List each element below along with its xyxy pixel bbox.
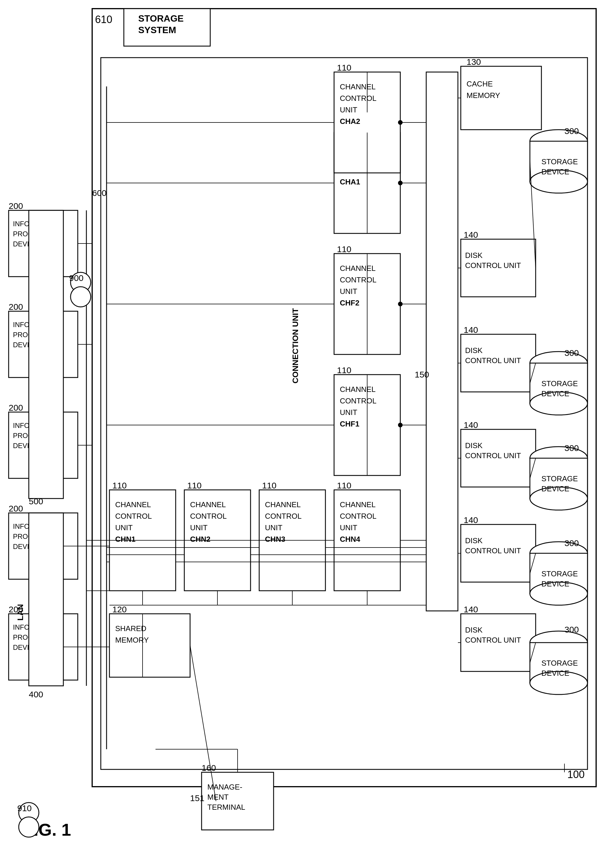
svg-text:STORAGE: STORAGE bbox=[542, 157, 578, 166]
cache-memory-label: CACHE bbox=[466, 79, 493, 88]
svg-text:CHANNEL: CHANNEL bbox=[190, 500, 226, 509]
svg-point-167 bbox=[71, 287, 91, 307]
svg-point-150 bbox=[398, 181, 403, 185]
svg-text:CHN1: CHN1 bbox=[115, 535, 136, 543]
label-500: 500 bbox=[29, 497, 43, 506]
diagram-container: FIG. 1 610 STORAGE SYSTEM 100 CHANNEL CO… bbox=[0, 0, 616, 857]
svg-text:DISK: DISK bbox=[465, 346, 483, 355]
svg-text:MEMORY: MEMORY bbox=[466, 91, 500, 100]
svg-text:CHF2: CHF2 bbox=[340, 299, 360, 307]
svg-text:DEVICE: DEVICE bbox=[542, 389, 569, 398]
label-140-4: 140 bbox=[464, 325, 478, 334]
svg-text:UNIT: UNIT bbox=[340, 287, 357, 295]
label-600: 600 bbox=[92, 188, 107, 198]
svg-text:DEVICE: DEVICE bbox=[542, 484, 569, 493]
lan-label: LAN bbox=[16, 604, 25, 621]
label-140-1: 140 bbox=[464, 605, 478, 614]
svg-text:UNIT: UNIT bbox=[190, 523, 208, 532]
svg-text:CONTROL: CONTROL bbox=[340, 512, 377, 520]
label-140-5: 140 bbox=[464, 230, 478, 240]
svg-text:CHA1: CHA1 bbox=[340, 178, 360, 186]
label-200-4: 200 bbox=[9, 302, 23, 311]
svg-point-169 bbox=[19, 817, 39, 837]
label-151: 151 bbox=[190, 793, 204, 803]
label-200-3: 200 bbox=[9, 403, 23, 412]
svg-text:CONTROL: CONTROL bbox=[190, 512, 227, 520]
label-160: 160 bbox=[202, 763, 216, 773]
svg-text:CHANNEL: CHANNEL bbox=[340, 500, 375, 509]
label-910: 910 bbox=[17, 803, 32, 813]
svg-text:DISK: DISK bbox=[465, 536, 483, 545]
svg-text:110: 110 bbox=[337, 365, 351, 375]
svg-text:CHANNEL: CHANNEL bbox=[265, 500, 301, 509]
svg-text:CHANNEL: CHANNEL bbox=[340, 264, 375, 272]
svg-text:CHA2: CHA2 bbox=[340, 117, 360, 125]
label-140-2: 140 bbox=[464, 515, 478, 525]
label-300-2: 300 bbox=[565, 538, 579, 548]
mgmt-term-label: MANAGE- bbox=[207, 783, 242, 791]
svg-text:STORAGE: STORAGE bbox=[542, 379, 578, 388]
label-100: 100 bbox=[567, 769, 585, 780]
label-120: 120 bbox=[112, 605, 127, 614]
svg-text:UNIT: UNIT bbox=[340, 105, 357, 114]
svg-text:110: 110 bbox=[337, 63, 351, 72]
label-110-chn1: 110 bbox=[112, 481, 127, 490]
svg-text:TERMINAL: TERMINAL bbox=[207, 803, 245, 812]
svg-text:CONTROL: CONTROL bbox=[340, 94, 377, 102]
svg-text:DISK: DISK bbox=[465, 441, 483, 450]
svg-text:110: 110 bbox=[262, 481, 276, 490]
label-300-4: 300 bbox=[565, 348, 579, 357]
shared-memory-label: SHARED bbox=[115, 624, 146, 633]
svg-point-149 bbox=[398, 120, 403, 125]
label-610: 610 bbox=[95, 14, 112, 25]
svg-text:CONTROL: CONTROL bbox=[340, 275, 377, 284]
svg-point-152 bbox=[398, 423, 403, 427]
label-900: 900 bbox=[69, 273, 83, 283]
svg-text:CONTROL: CONTROL bbox=[115, 512, 152, 520]
svg-point-151 bbox=[398, 302, 403, 306]
label-400: 400 bbox=[29, 690, 43, 699]
svg-text:CONTROL UNIT: CONTROL UNIT bbox=[465, 546, 521, 555]
svg-text:110: 110 bbox=[337, 244, 351, 254]
connection-unit-label: CONNECTION UNIT bbox=[291, 308, 300, 383]
svg-text:110: 110 bbox=[337, 481, 351, 490]
storage-system-label: STORAGE bbox=[138, 13, 184, 24]
label-150: 150 bbox=[415, 370, 429, 379]
svg-text:CONTROL UNIT: CONTROL UNIT bbox=[465, 636, 521, 644]
svg-text:SYSTEM: SYSTEM bbox=[138, 25, 176, 35]
svg-text:CHN3: CHN3 bbox=[265, 535, 286, 543]
svg-text:UNIT: UNIT bbox=[265, 523, 283, 532]
svg-text:MEMORY: MEMORY bbox=[115, 636, 149, 644]
svg-text:CHANNEL: CHANNEL bbox=[340, 385, 375, 394]
ccu-chn1-line1: CHANNEL bbox=[115, 500, 151, 509]
dcu1-label: DISK bbox=[465, 626, 483, 634]
label-300-3: 300 bbox=[565, 443, 579, 453]
svg-text:CHN4: CHN4 bbox=[340, 535, 360, 543]
label-140-3: 140 bbox=[464, 420, 478, 430]
label-110-chn2: 110 bbox=[187, 481, 202, 490]
svg-text:CONTROL UNIT: CONTROL UNIT bbox=[465, 356, 521, 365]
svg-text:UNIT: UNIT bbox=[340, 523, 357, 532]
svg-text:CONTROL: CONTROL bbox=[265, 512, 301, 520]
svg-text:UNIT: UNIT bbox=[340, 408, 357, 417]
svg-text:UNIT: UNIT bbox=[115, 523, 133, 532]
label-300-1: 300 bbox=[565, 625, 579, 634]
label-130: 130 bbox=[466, 57, 481, 67]
svg-text:DEVICE: DEVICE bbox=[542, 580, 569, 588]
svg-rect-51 bbox=[426, 72, 458, 611]
svg-rect-116 bbox=[29, 513, 63, 686]
svg-text:CONTROL: CONTROL bbox=[340, 396, 377, 405]
svg-rect-117 bbox=[29, 210, 63, 498]
label-200-2: 200 bbox=[9, 504, 23, 513]
svg-text:CONTROL UNIT: CONTROL UNIT bbox=[465, 261, 521, 270]
svg-text:DISK: DISK bbox=[465, 251, 483, 260]
svg-text:STORAGE: STORAGE bbox=[542, 474, 578, 483]
sd1-label: STORAGE bbox=[542, 659, 578, 667]
svg-text:MENT: MENT bbox=[207, 793, 228, 801]
svg-text:CHANNEL: CHANNEL bbox=[340, 82, 375, 91]
label-200-5: 200 bbox=[9, 201, 23, 210]
svg-text:DEVICE: DEVICE bbox=[542, 669, 569, 678]
svg-text:STORAGE: STORAGE bbox=[542, 569, 578, 578]
svg-text:CHN2: CHN2 bbox=[190, 535, 210, 543]
label-300-5: 300 bbox=[565, 126, 579, 136]
